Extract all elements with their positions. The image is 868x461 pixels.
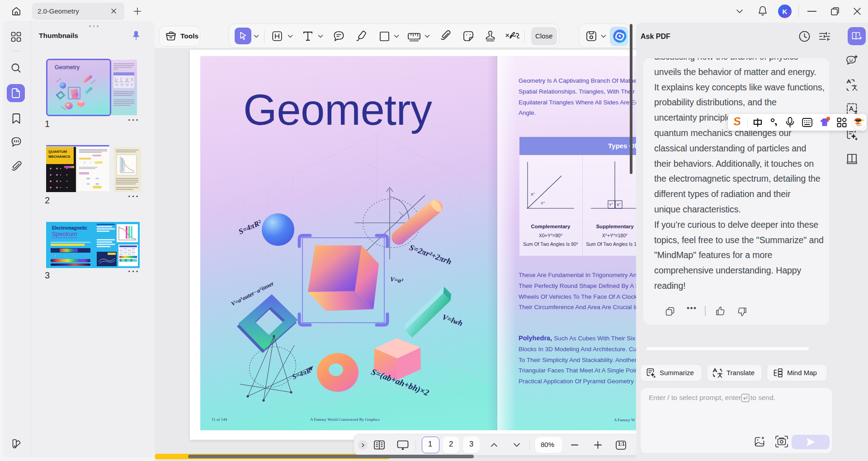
svg-text:X°+Y°=180°: X°+Y°=180° xyxy=(602,233,627,238)
svg-text:X°: X° xyxy=(531,192,535,197)
svg-text:S=2πr²+2πrh: S=2πr²+2πrh xyxy=(408,243,453,266)
svg-text:S=4πR²: S=4πR² xyxy=(291,366,314,381)
svg-text:V=a³: V=a³ xyxy=(390,276,404,284)
svg-text:11 of 144: 11 of 144 xyxy=(212,417,227,422)
svg-text:Complementary: Complementary xyxy=(531,224,571,229)
svg-text:Sum Of Two Angles Is 90°: Sum Of Two Angles Is 90° xyxy=(523,241,578,247)
svg-text:Y°: Y° xyxy=(609,202,613,207)
svg-text:X0+Y°=90°: X0+Y°=90° xyxy=(539,233,562,238)
svg-text:X°: X° xyxy=(617,202,621,207)
svg-text:S=4πR²: S=4πR² xyxy=(237,218,263,236)
svg-text:Y°: Y° xyxy=(541,201,545,206)
svg-text:Supplementary: Supplementary xyxy=(596,224,634,229)
svg-text:Sum Of Two Angles Is 180°: Sum Of Two Angles Is 180° xyxy=(586,241,636,247)
svg-text:A Fantasy World Constructed By: A Fantasy World Constructed By Graphics xyxy=(310,417,380,422)
